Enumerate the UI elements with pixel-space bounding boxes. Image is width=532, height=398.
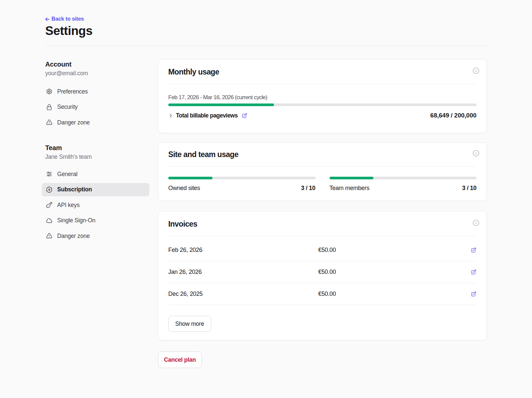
svg-text:$: $ — [48, 188, 50, 191]
svg-text:i: i — [475, 220, 477, 225]
svg-text:i: i — [475, 68, 477, 73]
svg-text:i: i — [475, 151, 477, 155]
